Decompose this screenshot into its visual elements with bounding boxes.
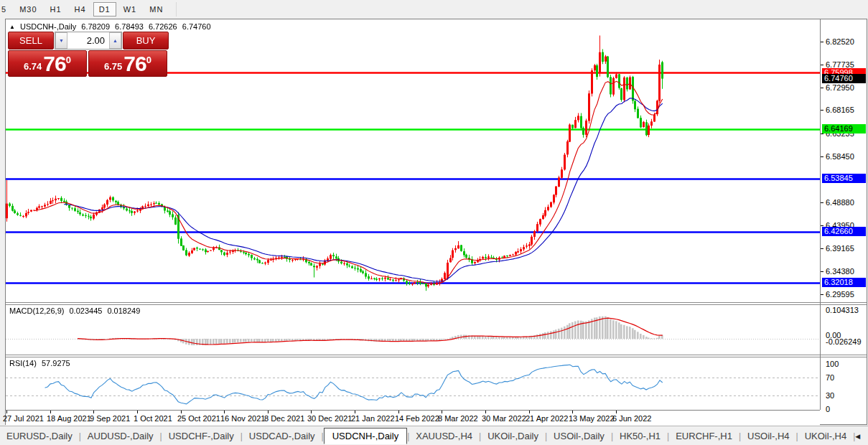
sell-price-main: 6.74 xyxy=(24,59,42,75)
volume-increase-icon[interactable]: ▲ xyxy=(109,32,121,49)
one-click-trade-panel: SELL ▼ ▲ BUY 6.74 76 0 6.75 76 0 xyxy=(8,32,169,77)
date-tick-mark xyxy=(398,411,399,413)
date-tick-mark xyxy=(6,411,7,413)
price-tick-label: 6.39165 xyxy=(826,244,854,253)
price-level-badge: 6.64169 xyxy=(822,124,866,134)
timeframe-toolbar: 5M30H1H4D1W1MN xyxy=(0,0,868,18)
volume-decrease-icon[interactable]: ▼ xyxy=(55,32,67,49)
tab-usdcad-daily[interactable]: USDCAD-,Daily xyxy=(243,428,322,444)
tab-usdcnh-daily[interactable]: USDCNH-,Daily xyxy=(324,428,407,444)
symbol-tab-bar: EURUSD-,Daily|AUDUSD-,Daily|USDCHF-,Dail… xyxy=(0,426,868,445)
date-tick-mark xyxy=(572,411,573,413)
buy-price-point: 0 xyxy=(146,55,151,65)
price-tick-mark xyxy=(821,156,823,157)
price-tick-mark xyxy=(821,134,823,134)
timeframe-button-h4[interactable]: H4 xyxy=(69,2,92,17)
date-tick-label: 9 Sep 2021 xyxy=(90,414,130,423)
price-tick-label: 6.48880 xyxy=(826,198,854,207)
price-tick-mark xyxy=(821,225,823,226)
timeframe-button-mn[interactable]: MN xyxy=(144,2,169,17)
macd-label: MACD(12,26,9) 0.023445 0.018249 xyxy=(9,306,143,315)
ohlc-close: 6.74760 xyxy=(182,22,211,31)
ohlc-low: 6.72626 xyxy=(149,22,177,31)
chart-window: ▲ USDCNH-,Daily 6.78209 6.78493 6.72626 … xyxy=(5,19,867,425)
buy-price-pips: 76 xyxy=(123,53,146,75)
price-tick-label: 6.58450 xyxy=(826,152,854,161)
buy-price-button[interactable]: 6.75 76 0 xyxy=(88,50,167,77)
tab-eurchf-h1[interactable]: EURCHF-,H1 xyxy=(669,428,739,444)
date-tick-label: 6 Jun 2022 xyxy=(612,414,651,423)
timeframe-button-h1[interactable]: H1 xyxy=(45,2,67,17)
price-tick-mark xyxy=(821,271,823,272)
rsi-axis-label: 100 xyxy=(826,360,839,368)
date-tick-mark xyxy=(355,411,355,413)
price-axis-divider xyxy=(820,19,821,410)
price-tick-label: 6.72950 xyxy=(826,83,854,92)
timeframe-button-m30[interactable]: M30 xyxy=(14,2,42,17)
volume-stepper: ▼ ▲ xyxy=(55,32,122,50)
volume-input[interactable] xyxy=(67,32,109,49)
price-level-badge: 6.74760 xyxy=(822,74,866,83)
tab-usoil-h4[interactable]: USOil-,H4 xyxy=(741,428,796,444)
date-tick-mark xyxy=(311,411,312,413)
buy-price-main: 6.75 xyxy=(104,59,122,75)
tab-ukoil-daily[interactable]: UKOil-,Daily xyxy=(481,428,545,444)
tab-hk50-h1[interactable]: HK50-,H1 xyxy=(613,428,667,444)
timeframe-button-w1[interactable]: W1 xyxy=(118,2,143,17)
date-tick-label: 21 Jan 2022 xyxy=(351,414,395,423)
rsi-name: RSI(14) xyxy=(9,359,37,367)
date-tick-label: 1 Oct 2021 xyxy=(134,414,172,423)
date-tick-label: 27 Jul 2021 xyxy=(3,414,44,423)
date-tick-label: 21 Apr 2022 xyxy=(526,414,568,423)
rsi-value: 57.9275 xyxy=(42,359,70,367)
macd-name: MACD(12,26,9) xyxy=(9,306,64,315)
tab-usdchf-daily[interactable]: USDCHF-,Daily xyxy=(162,428,241,444)
date-tick-mark xyxy=(268,411,269,413)
collapse-icon[interactable]: ▲ xyxy=(9,24,15,30)
tab-xauusd-h4[interactable]: XAUUSD-,H4 xyxy=(409,428,479,444)
sell-price-button[interactable]: 6.74 76 0 xyxy=(8,50,87,77)
price-tick-label: 6.29595 xyxy=(826,290,854,299)
date-tick-mark xyxy=(93,411,94,413)
date-tick-mark xyxy=(442,411,442,413)
date-axis: 27 Jul 202118 Aug 20219 Sep 20211 Oct 20… xyxy=(6,410,820,426)
rsi-axis-label: 0 xyxy=(826,405,830,413)
tab-usoil-daily[interactable]: USOil-,Daily xyxy=(547,428,611,444)
price-tick-mark xyxy=(821,88,823,88)
timeframe-button-5[interactable]: 5 xyxy=(0,2,12,17)
price-level-badge: 6.53845 xyxy=(822,174,866,183)
date-tick-label: 30 Dec 2021 xyxy=(307,414,352,423)
price-tick-mark xyxy=(821,202,823,203)
price-tick-label: 6.34380 xyxy=(826,267,854,276)
sell-button[interactable]: SELL xyxy=(8,32,54,50)
date-tick-label: 30 Mar 2022 xyxy=(482,414,526,423)
tab-ukoil-h4[interactable]: UKOil-,H4 xyxy=(798,428,854,444)
date-tick-label: 14 Feb 2022 xyxy=(395,414,439,423)
chart-title: ▲ USDCNH-,Daily 6.78209 6.78493 6.72626 … xyxy=(9,22,214,31)
price-level-badge: 6.32018 xyxy=(822,278,866,287)
tab-audusd-daily[interactable]: AUDUSD-,Daily xyxy=(81,428,160,444)
date-tick-mark xyxy=(137,411,138,413)
price-level-badge: 6.42660 xyxy=(822,227,866,236)
chart-symbol-period: USDCNH-,Daily xyxy=(20,22,76,31)
date-tick-label: 13 May 2022 xyxy=(569,414,615,423)
date-tick-label: 8 Mar 2022 xyxy=(438,414,478,423)
trading-terminal-window: 5M30H1H4D1W1MN ▲ USDCNH-,Daily 6.78209 6… xyxy=(0,0,868,445)
macd-signal-value: 0.018249 xyxy=(107,306,140,315)
buy-button[interactable]: BUY xyxy=(123,32,169,50)
tab-scroll-left-icon[interactable]: ◀ xyxy=(855,433,860,440)
rsi-pane-canvas[interactable] xyxy=(6,357,820,410)
timeframe-button-d1[interactable]: D1 xyxy=(93,2,116,17)
date-tick-label: 16 Nov 2021 xyxy=(220,414,265,423)
date-tick-label: 8 Dec 2021 xyxy=(264,414,304,423)
rsi-axis-label: 30 xyxy=(826,391,834,400)
tab-eurusd-daily[interactable]: EURUSD-,Daily xyxy=(0,428,79,444)
price-tick-mark xyxy=(821,42,823,42)
price-tick-mark xyxy=(821,65,823,65)
date-tick-mark xyxy=(224,411,225,413)
date-tick-label: 18 Aug 2021 xyxy=(47,414,91,423)
date-tick-mark xyxy=(485,411,486,413)
sell-price-point: 0 xyxy=(66,55,71,65)
macd-axis-label: -0.026249 xyxy=(826,337,862,346)
date-tick-mark xyxy=(529,411,530,413)
